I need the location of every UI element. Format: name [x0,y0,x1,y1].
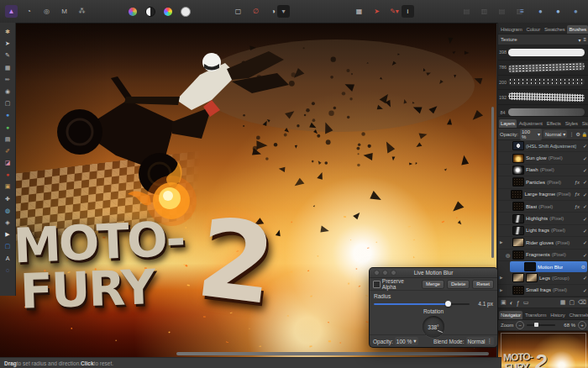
dialog-titlebar[interactable]: Live Motion Blur [370,268,497,278]
layer-thumbnail[interactable] [512,154,524,163]
layer-thumbnail[interactable] [524,262,536,271]
zoom-tool[interactable]: ◌ [3,265,13,275]
layer-row-motion-blur[interactable]: ▶◎Motion Blur⚙ [510,261,587,272]
grid-icon[interactable]: ▦ [353,5,365,18]
shape-tool[interactable]: ▢ [3,241,13,250]
blend-mode-dropdown[interactable]: Normal▾ [543,130,567,138]
brush-item[interactable]: 786 [498,60,588,76]
dialog-opacity-dropdown[interactable]: 100 %▾ [395,337,418,345]
insert-top-icon[interactable]: ● [570,5,582,18]
layer-visibility-check[interactable]: ✓ [583,216,587,222]
layer-visibility-check[interactable]: ✓ [583,239,587,245]
layer-visibility-check[interactable]: ✓ [583,179,587,185]
blur-tool[interactable]: ◍ [3,206,13,215]
marquee-tool[interactable]: ▢ [3,98,13,108]
live-filter-gear-icon[interactable]: ⚙ [581,264,585,270]
view-tool[interactable]: ✱ [3,27,13,36]
dodge-tool[interactable]: ● [3,170,13,179]
export-persona-icon[interactable]: ⁂ [76,5,88,18]
layer-lock-icon[interactable]: 🔒 [582,132,587,137]
tab-stock[interactable]: Stock [580,119,588,128]
tab-histogram[interactable]: Histogram [499,25,524,34]
dialog-blend-dropdown[interactable]: Normal⋮ [466,337,494,345]
layer-visibility-check[interactable]: ✓ [583,203,587,209]
selection-mode-icon[interactable]: ▢ [232,5,244,18]
tab-layers[interactable]: Layers [499,119,517,128]
opacity-dropdown[interactable]: 100 %▾ [520,129,542,140]
merge-button[interactable]: Merge [422,280,444,289]
layer-thumbnail[interactable] [526,273,538,282]
layer-visibility-check[interactable]: ✓ [583,228,587,234]
minimize-window-icon[interactable] [382,270,388,276]
tab-adjustment[interactable]: Adjustment [517,119,544,128]
develop-persona-icon[interactable]: ◎ [40,5,53,18]
zoom-window-icon[interactable] [391,270,396,276]
tab-swatches[interactable]: Swatches [543,25,566,34]
tab-history[interactable]: History [549,311,566,319]
move-tool[interactable]: ➤ [3,39,13,48]
brush-category-select[interactable]: Texture [501,37,517,42]
tab-transform[interactable]: Transform [523,311,548,319]
layer-row-light-frags[interactable]: ▶◎Light frags(Pixel)✓ [498,225,588,237]
layer-thumbnail[interactable] [512,214,524,223]
layer-row-highlights[interactable]: ▶◎Highlights(Pixel)✓ [498,213,588,224]
zoom-in-button[interactable]: + [578,321,586,329]
tab-navigator[interactable]: Navigator [499,311,522,319]
layer-visibility-check[interactable]: ✓ [583,167,587,173]
brush-item[interactable]: 398 [498,45,588,60]
close-window-icon[interactable] [374,270,380,276]
smudge-tool[interactable]: ● [3,123,13,132]
affinity-photo-logo[interactable]: ▲ [5,5,18,18]
colour-replacement-tool[interactable]: ✐ [3,146,13,155]
auto-colours-icon[interactable] [161,5,174,18]
layer-row-rider-gloves[interactable]: ▶◎Rider gloves(Pixel)✓ [498,237,588,249]
auto-levels-icon[interactable] [126,5,139,18]
layer-thumbnail[interactable] [512,141,524,150]
layer-visibility-check[interactable]: ✓ [583,252,587,258]
add-layer-icon[interactable]: ▢ [569,299,575,306]
layer-visibility-check[interactable]: ✓ [583,143,587,149]
tab-brushes[interactable]: Brushes [567,25,588,34]
window-control-dots[interactable] [374,270,396,276]
layer-row-legs[interactable]: ▶◎Legs(Group)✓ [498,272,588,284]
layer-thumbnail[interactable] [512,177,524,187]
align-left-icon[interactable]: ▤ [460,5,473,18]
layer-thumbnail[interactable] [511,190,522,199]
fx-icon[interactable]: ƒx [575,192,580,197]
insert-behind-icon[interactable]: ● [534,5,547,18]
panel-menu-icon[interactable]: ≡ [583,37,586,42]
crop-tool[interactable]: ▦ [3,63,13,72]
align-right-icon[interactable]: ▤ [496,5,508,18]
layer-row-small-frags[interactable]: ▶◎Small frags(Pixel)✓ [498,285,588,297]
layer-thumbnail[interactable] [512,202,524,211]
horizontal-scrollbar[interactable] [176,352,489,355]
insert-inside-icon[interactable]: ● [552,5,564,18]
live-filter-icon[interactable]: ƒ [517,300,520,306]
fx-icon[interactable]: ƒx [575,180,580,185]
layer-thumbnail[interactable] [512,166,524,175]
tab-styles[interactable]: Styles [564,119,580,128]
layer-settings-gear-icon[interactable]: ⚙ [575,131,580,137]
tab-colour[interactable]: Colour [525,25,542,34]
swatch-dropdown-icon[interactable]: ▾ [277,5,290,18]
align-center-icon[interactable]: ▥ [478,5,491,18]
fx-icon[interactable]: ƒx [575,204,580,209]
paint-brush-tool[interactable]: ● [3,110,13,119]
node-tool[interactable]: ▶ [3,229,13,239]
layer-menu-dots-icon[interactable]: ⋮ [569,131,574,137]
selection-brush-tool[interactable]: ✏ [3,75,13,84]
brush-item[interactable]: 200 [498,76,588,91]
layer-visibility-check[interactable]: ✓ [583,155,587,161]
layer-thumbnail[interactable] [512,286,524,295]
vertical-scrollbar[interactable] [491,107,494,258]
delete-button[interactable]: Delete [447,280,470,289]
layer-row-flash[interactable]: ▶◎Flash(Pixel)✓ [498,165,588,176]
radius-slider-knob[interactable] [445,301,451,307]
zoom-out-button[interactable]: − [516,321,524,329]
layer-thumbnail[interactable] [512,250,524,260]
mask-icon[interactable]: ▭ [523,299,529,306]
navigator-thumbnail[interactable]: MOTO- FURY 2 [498,331,588,368]
layer-row-particles[interactable]: ▶◎Particles(Pixel)ƒx✓ [498,176,588,188]
brush-item[interactable]: 192 [498,90,588,105]
reset-button[interactable]: Reset [472,280,494,289]
